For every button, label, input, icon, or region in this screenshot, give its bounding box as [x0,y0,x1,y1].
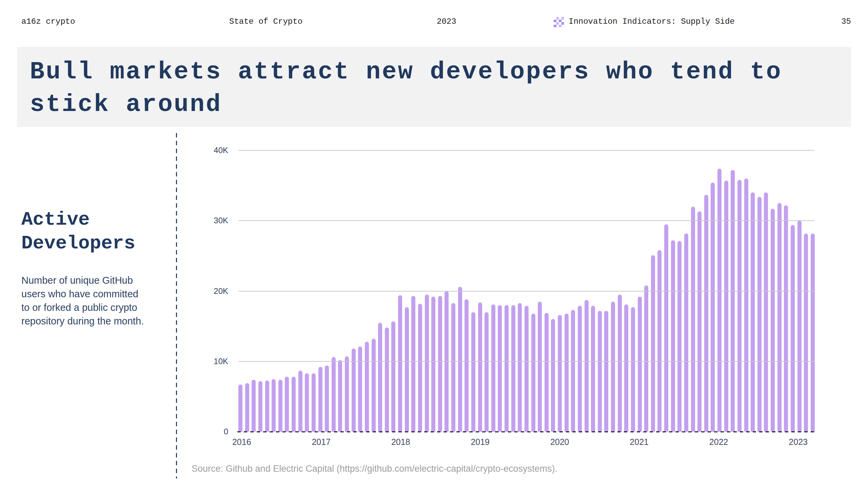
bar-month-22 [385,327,389,432]
bar-month-23 [391,321,395,432]
pixel-icon-cell [556,25,559,27]
bar-month-5 [272,379,276,432]
bar-month-29 [431,297,435,432]
bar-month-32 [451,303,455,432]
y-axis-label-10K: 10K [193,357,228,366]
bar-month-25 [405,307,409,432]
gridline-10K [238,361,815,362]
x-axis-label-2020: 2020 [550,437,569,447]
bar-month-41 [511,305,515,432]
report-year: 2023 [437,17,456,26]
pixel-icon-cell [554,20,556,22]
brand-logo-text: a16z crypto [21,17,75,26]
bar-month-36 [478,302,482,432]
bar-month-10 [305,373,309,432]
bar-month-30 [438,296,442,432]
bar-month-1 [245,383,249,432]
pixel-icon-cell [559,17,561,20]
x-axis-label-2018: 2018 [391,437,410,447]
bar-month-58 [624,304,628,432]
bar-month-82 [784,205,788,432]
bar-month-3 [258,381,262,432]
bar-month-69 [697,211,702,432]
pixel-icon-cell [556,20,559,22]
chart-description: Number of unique GitHub users who have c… [21,274,147,328]
bar-month-38 [491,304,495,432]
bar-month-67 [684,233,688,432]
bar-month-9 [298,371,302,432]
bar-month-76 [744,179,748,432]
chart-title: Active Developers [21,208,150,255]
bar-month-85 [804,233,808,432]
y-axis-label-30K: 30K [193,216,228,225]
bar-month-45 [538,302,542,432]
bar-month-12 [318,367,322,432]
bar-month-28 [425,295,429,432]
bar-month-55 [604,311,608,432]
bar-month-34 [465,299,469,432]
x-axis-label-2017: 2017 [312,437,331,447]
bar-month-70 [704,195,708,432]
x-axis-line [237,431,816,432]
bar-month-86 [811,233,815,432]
plot-area: 010K20K30K40K201620172018201920202021202… [238,150,815,432]
bar-month-57 [618,295,622,432]
pixel-grid-icon [554,17,564,27]
bar-month-43 [525,306,529,432]
bar-month-37 [485,312,489,432]
report-title: State of Crypto [229,17,302,26]
bar-month-21 [378,323,382,432]
pixel-icon-cell [556,17,559,20]
source-note: Source: Github and Electric Capital (htt… [192,464,557,474]
section-label: Innovation Indicators: Supply Side [569,17,735,26]
x-axis-label-2023: 2023 [789,437,808,447]
bar-month-64 [664,224,668,432]
pixel-icon-cell [559,25,561,27]
bar-month-54 [598,311,602,432]
pixel-icon-cell [561,25,564,27]
bar-month-50 [571,310,575,432]
bar-month-2 [252,380,256,432]
pixel-icon-cell [561,17,564,20]
gridline-40K [238,150,815,151]
bar-month-47 [551,319,555,432]
bar-month-83 [791,225,795,432]
y-axis-label-40K: 40K [193,146,228,155]
page-number: 35 [841,17,851,26]
slide-page: { "header": { "brand": "a16z crypto", "r… [0,0,868,488]
slide-title-line-1: Bull markets attract new developers who … [30,56,851,88]
bar-month-8 [292,377,296,432]
bar-month-27 [418,304,422,432]
pixel-icon-cell [556,22,559,25]
x-axis-label-2022: 2022 [709,437,728,447]
bar-month-72 [717,169,722,432]
pixel-icon-cell [561,22,564,25]
pixel-icon-cell [554,22,556,25]
pixel-icon-cell [554,17,556,20]
bar-month-39 [498,305,502,432]
bar-month-0 [238,384,242,432]
top-bar: a16z crypto State of Crypto 2023 Innovat… [0,0,868,31]
bar-month-79 [764,192,768,432]
bar-month-81 [777,203,782,432]
bar-month-13 [325,365,329,432]
bar-month-11 [312,373,316,432]
bar-month-61 [644,285,648,432]
bar-month-26 [411,296,415,432]
bar-month-68 [691,207,695,432]
bar-month-51 [578,306,582,432]
bar-month-4 [265,380,269,432]
bar-month-80 [771,209,775,432]
slide-title-line-2: stick around [30,88,851,121]
bar-month-53 [591,306,595,432]
pixel-icon-cell [554,25,556,27]
bar-month-49 [565,314,569,432]
bar-month-19 [365,342,369,432]
bar-month-60 [638,297,642,432]
dashed-divider [176,133,177,478]
x-axis-label-2019: 2019 [471,437,490,447]
bar-month-63 [657,250,662,432]
bar-month-66 [677,241,682,432]
bar-month-40 [505,305,509,432]
x-axis-label-2016: 2016 [232,437,251,447]
